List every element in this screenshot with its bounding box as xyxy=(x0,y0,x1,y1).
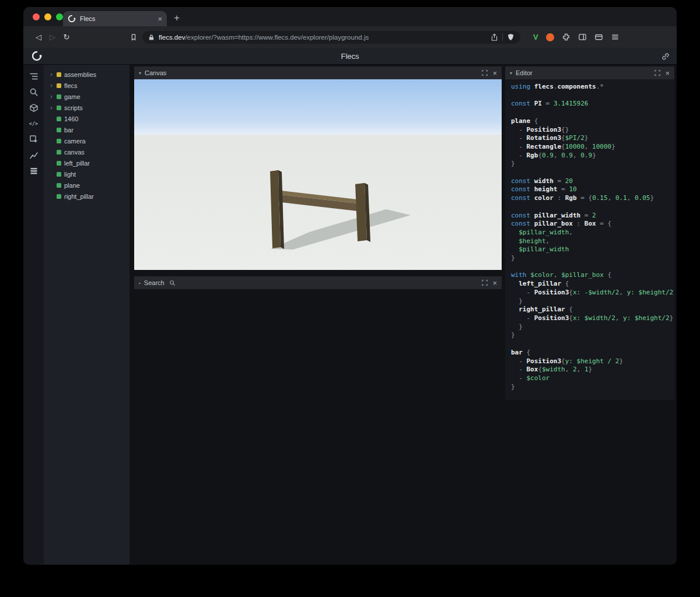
tree-item[interactable]: right_pillar xyxy=(44,191,130,202)
close-icon[interactable]: × xyxy=(492,69,497,77)
app-header: Flecs xyxy=(23,48,677,65)
code-line xyxy=(511,340,674,349)
page-title: Flecs xyxy=(23,52,677,61)
code-line: bar { xyxy=(511,349,674,357)
search-panel: • Search × xyxy=(134,276,502,289)
url-domain: flecs.dev xyxy=(159,34,185,41)
window-controls xyxy=(33,13,63,20)
close-icon[interactable]: × xyxy=(665,69,670,77)
tree-item[interactable]: light xyxy=(44,168,130,180)
menu-icon[interactable] xyxy=(611,33,620,41)
code-line xyxy=(511,92,674,100)
tree-item[interactable]: ›game xyxy=(44,91,130,102)
stats-chart-icon[interactable] xyxy=(29,150,38,160)
canvas-3d-scene[interactable] xyxy=(134,79,502,270)
browser-tab[interactable]: Flecs × xyxy=(63,11,167,26)
orange-extension-icon[interactable] xyxy=(546,33,554,41)
expand-icon[interactable] xyxy=(482,280,488,286)
code-line: - Rotation3{$PI/2} xyxy=(511,134,674,143)
new-tab-button[interactable]: + xyxy=(174,12,180,24)
expand-arrow-icon[interactable]: › xyxy=(49,82,54,89)
code-icon[interactable]: </> xyxy=(29,119,38,128)
tree-item-label: left_pillar xyxy=(64,160,90,167)
rows-list-icon[interactable] xyxy=(29,166,38,175)
browser-toolbar: ◁ ▷ ↻ flecs.dev/explorer/?wasm=https://w… xyxy=(23,26,677,48)
search-panel-header: • Search × xyxy=(134,276,502,289)
editor-panel-title: Editor xyxy=(516,69,533,76)
back-button[interactable]: ◁ xyxy=(32,33,46,41)
tree-item[interactable]: ›scripts xyxy=(44,102,130,113)
url-path: /explorer/?wasm=https://www.flecs.dev/ex… xyxy=(185,34,369,41)
close-icon[interactable]: × xyxy=(492,279,497,287)
forward-button[interactable]: ▷ xyxy=(46,33,60,41)
tree-item[interactable]: plane xyxy=(44,180,130,191)
tree-item[interactable]: left_pillar xyxy=(44,157,130,168)
entity-color-square xyxy=(57,172,61,177)
code-line: using flecs.components.* xyxy=(511,83,674,92)
entity-color-square xyxy=(57,106,61,110)
tree-item-label: plane xyxy=(64,182,80,189)
expand-arrow-icon[interactable]: › xyxy=(49,93,54,100)
wallet-icon[interactable] xyxy=(594,33,603,41)
editor-panel: ▾ Editor × using flecs.components.* cons… xyxy=(505,66,674,564)
code-line: - $color xyxy=(511,374,674,383)
center-column: ▾ Canvas × xyxy=(130,65,502,564)
entity-color-square xyxy=(57,94,61,99)
code-line: left_pillar { xyxy=(511,280,674,289)
expand-icon[interactable] xyxy=(654,70,660,76)
code-editor[interactable]: using flecs.components.* const PI = 3.14… xyxy=(505,79,674,400)
expand-icon[interactable] xyxy=(482,70,488,76)
expand-arrow-icon[interactable]: › xyxy=(49,71,54,78)
code-line: const pillar_width = 2 xyxy=(511,212,674,220)
tree-item[interactable]: camera xyxy=(44,135,130,146)
search-magnifier-icon[interactable] xyxy=(169,280,176,286)
tree-item[interactable]: 1460 xyxy=(44,113,130,124)
lock-icon xyxy=(148,34,155,41)
code-line: plane { xyxy=(511,117,674,126)
tree-item[interactable]: canvas xyxy=(44,146,130,157)
minimize-window-button[interactable] xyxy=(44,13,51,20)
inspect-icon[interactable] xyxy=(29,135,38,144)
entity-color-square xyxy=(57,128,61,132)
icon-rail: </> xyxy=(23,65,44,564)
url-divider xyxy=(502,33,503,41)
expand-arrow-icon[interactable]: › xyxy=(49,104,54,111)
tab-strip: Flecs × + xyxy=(23,7,677,26)
tree-item-label: light xyxy=(64,171,76,178)
vimium-extension-icon[interactable]: V xyxy=(533,33,538,41)
tree-item[interactable]: ›flecs xyxy=(44,80,130,91)
code-line: - Rectangle{10000, 10000} xyxy=(511,143,674,152)
tree-item[interactable]: bar xyxy=(44,124,130,135)
search-icon[interactable] xyxy=(29,87,38,97)
collapse-chevron-icon[interactable]: ▾ xyxy=(139,71,141,76)
code-line xyxy=(511,263,674,272)
sidebar-panel-icon[interactable] xyxy=(578,33,587,41)
zoom-window-button[interactable] xyxy=(56,13,63,20)
share-icon[interactable] xyxy=(491,33,498,41)
entity-color-square xyxy=(57,139,61,143)
code-line: $pillar_width xyxy=(511,245,674,254)
code-line: - Position3{} xyxy=(511,126,674,135)
tree-item[interactable]: ›assemblies xyxy=(44,69,130,80)
url-bar[interactable]: flecs.dev/explorer/?wasm=https://www.fle… xyxy=(142,31,520,44)
tab-close-icon[interactable]: × xyxy=(158,15,162,23)
brave-shield-icon[interactable] xyxy=(507,33,514,41)
outliner-icon[interactable] xyxy=(29,72,38,81)
extensions-puzzle-icon[interactable] xyxy=(562,33,570,41)
bookmark-icon[interactable] xyxy=(130,33,138,41)
code-line: } xyxy=(511,254,674,263)
close-window-button[interactable] xyxy=(33,13,40,20)
entities-cube-icon[interactable] xyxy=(29,103,38,113)
code-line: } xyxy=(511,323,674,332)
code-line xyxy=(511,108,674,117)
entity-color-square xyxy=(57,72,61,77)
entity-color-square xyxy=(57,83,61,88)
code-line xyxy=(511,203,674,212)
reload-button[interactable]: ↻ xyxy=(60,33,74,41)
code-line: $height, xyxy=(511,237,674,246)
code-line: - Position3{y: $height / 2} xyxy=(511,357,674,366)
tree-item-label: 1460 xyxy=(64,115,78,122)
share-link-icon[interactable] xyxy=(661,52,670,61)
collapse-chevron-icon[interactable]: ▾ xyxy=(510,71,512,76)
bullet-icon[interactable]: • xyxy=(139,280,141,286)
